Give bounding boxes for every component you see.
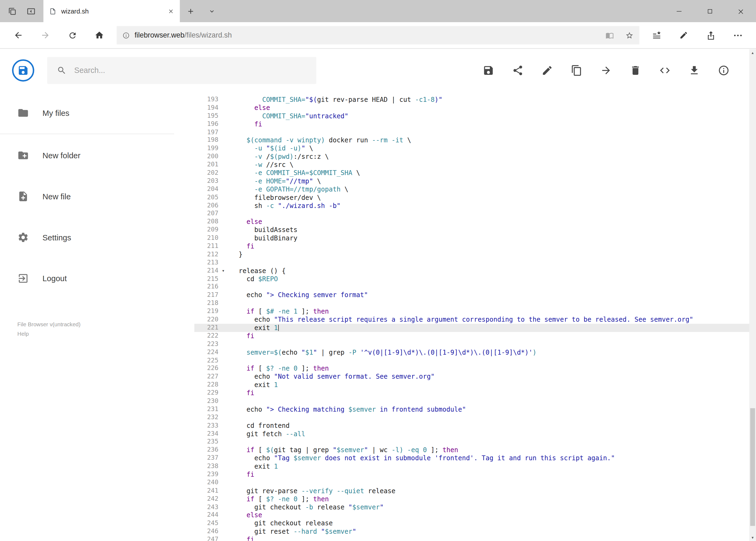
editor-line-247[interactable]: 247 fi (194, 536, 749, 541)
editor-line-207[interactable]: 207 (194, 210, 749, 218)
editor-line-206[interactable]: 206 sh -c "./wizard.sh -b" (194, 202, 749, 210)
browser-tab[interactable]: wizard.sh (44, 0, 180, 22)
editor-line-193[interactable]: 193 COMMIT_SHA="$(git rev-parse HEAD | c… (194, 96, 749, 104)
refresh-button[interactable] (59, 25, 86, 45)
set-tabs-aside-icon[interactable] (26, 6, 36, 16)
editor-line-227[interactable]: 227 echo "Not valid semver format. See s… (194, 373, 749, 381)
editor-line-208[interactable]: 208 else (194, 218, 749, 226)
editor-line-202[interactable]: 202 -e COMMIT_SHA=$COMMIT_SHA \ (194, 169, 749, 177)
fold-arrow-icon[interactable]: ▾ (222, 268, 225, 273)
page-scrollbar[interactable]: ▲ ▼ (749, 49, 756, 541)
editor-line-213[interactable]: 213 (194, 259, 749, 267)
reading-view-icon[interactable] (606, 31, 614, 39)
editor-line-222[interactable]: 222 fi (194, 332, 749, 340)
favorite-star-icon[interactable] (626, 31, 633, 39)
hub-favorites-icon[interactable] (643, 25, 670, 45)
editor-line-229[interactable]: 229 fi (194, 389, 749, 397)
tab-close-icon[interactable] (168, 8, 174, 14)
editor-line-231[interactable]: 231 echo "> Checking matching $semver in… (194, 405, 749, 413)
editor-line-230[interactable]: 230 (194, 397, 749, 405)
editor-line-217[interactable]: 217 echo "> Checking semver format" (194, 291, 749, 299)
editor-line-219[interactable]: 219 if [ $# -ne 1 ]; then (194, 307, 749, 315)
search-input[interactable] (74, 66, 307, 75)
sidebar-item-logout[interactable]: Logout (0, 268, 194, 289)
editor-line-216[interactable]: 216 (194, 283, 749, 291)
back-button[interactable] (5, 25, 32, 45)
editor-line-243[interactable]: 243 git checkout -b release "$semver" (194, 503, 749, 511)
editor-line-199[interactable]: 199 -u "$(id -u)" \ (194, 145, 749, 153)
editor-line-198[interactable]: 198 $(command -v winpty) docker run --rm… (194, 136, 749, 145)
editor-line-201[interactable]: 201 -w //src \ (194, 161, 749, 169)
raw-code-button[interactable] (659, 65, 671, 76)
scroll-up-arrow-icon[interactable]: ▲ (749, 49, 756, 56)
editor-line-246[interactable]: 246 git reset --hard "$semver" (194, 527, 749, 536)
more-options-icon[interactable] (724, 25, 751, 45)
editor-line-212[interactable]: 212} (194, 251, 749, 259)
editor-line-239[interactable]: 239 fi (194, 470, 749, 479)
save-button[interactable] (483, 65, 494, 76)
copy-button[interactable] (571, 65, 583, 76)
sidebar-item-new-file[interactable]: New file (0, 186, 194, 207)
editor-line-214[interactable]: 214▾release () { (194, 267, 749, 275)
editor-line-195[interactable]: 195 COMMIT_SHA="untracked" (194, 112, 749, 120)
scrollbar-thumb[interactable] (750, 408, 755, 526)
close-button[interactable] (725, 0, 756, 22)
sidebar-item-settings[interactable]: Settings (0, 227, 194, 248)
code-line-text: exit 1 (239, 462, 278, 470)
editor-line-238[interactable]: 238 exit 1 (194, 462, 749, 470)
editor-line-209[interactable]: 209 buildAssets (194, 226, 749, 234)
edit-button[interactable] (541, 65, 553, 76)
share-button[interactable] (512, 65, 524, 76)
info-button[interactable] (718, 65, 730, 76)
address-bar[interactable]: filebrowser.web/files/wizard.sh (117, 26, 639, 44)
move-button[interactable] (600, 65, 612, 76)
editor-line-245[interactable]: 245 git checkout release (194, 519, 749, 527)
editor-line-235[interactable]: 235 (194, 438, 749, 446)
tab-preview-icon[interactable] (8, 6, 17, 16)
editor-line-194[interactable]: 194 else (194, 104, 749, 112)
editor-line-196[interactable]: 196 fi (194, 120, 749, 128)
editor-line-241[interactable]: 241 git rev-parse --verify --quiet relea… (194, 487, 749, 495)
editor-line-197[interactable]: 197 (194, 128, 749, 136)
site-info-icon[interactable] (123, 32, 130, 39)
home-button[interactable] (86, 25, 113, 45)
editor-line-233[interactable]: 233 cd frontend (194, 422, 749, 430)
editor-line-236[interactable]: 236 if [ $(git tag | grep "$semver" | wc… (194, 446, 749, 454)
editor-line-205[interactable]: 205 filebrowser/dev \ (194, 194, 749, 202)
editor-line-215[interactable]: 215 cd $REPO (194, 275, 749, 283)
editor-line-204[interactable]: 204 -e GOPATH=//tmp/gopath \ (194, 185, 749, 194)
editor-line-240[interactable]: 240 (194, 479, 749, 487)
code-editor[interactable]: 193 COMMIT_SHA="$(git rev-parse HEAD | c… (194, 92, 749, 541)
editor-line-211[interactable]: 211 fi (194, 242, 749, 251)
editor-line-225[interactable]: 225 (194, 356, 749, 364)
editor-line-220[interactable]: 220 echo "This release script requires a… (194, 315, 749, 323)
editor-line-232[interactable]: 232 (194, 413, 749, 421)
sidebar-item-my-files[interactable]: My files (0, 102, 194, 124)
editor-line-234[interactable]: 234 git fetch --all (194, 430, 749, 438)
editor-line-221[interactable]: 221 exit 1 (194, 324, 749, 332)
minimize-button[interactable] (663, 0, 694, 22)
editor-line-224[interactable]: 224 semver=$(echo "$1" | grep -P '^v(0|[… (194, 348, 749, 356)
editor-line-200[interactable]: 200 -v /$(pwd):/src:z \ (194, 153, 749, 161)
editor-line-223[interactable]: 223 (194, 340, 749, 348)
editor-line-218[interactable]: 218 (194, 299, 749, 307)
sidebar-item-new-folder[interactable]: New folder (0, 145, 194, 166)
download-button[interactable] (688, 65, 700, 76)
editor-line-237[interactable]: 237 echo "Tag $semver does not exist in … (194, 454, 749, 462)
editor-line-210[interactable]: 210 buildBinary (194, 234, 749, 242)
editor-line-244[interactable]: 244 else (194, 511, 749, 519)
editor-line-203[interactable]: 203 -e HOME="//tmp" \ (194, 177, 749, 185)
help-link[interactable]: Help (17, 329, 194, 339)
editor-line-228[interactable]: 228 exit 1 (194, 381, 749, 389)
editor-line-242[interactable]: 242 if [ $? -ne 0 ]; then (194, 495, 749, 503)
editor-line-226[interactable]: 226 if [ $? -ne 0 ]; then (194, 364, 749, 372)
search-box[interactable] (47, 57, 316, 84)
tab-list-chevron-icon[interactable] (201, 0, 222, 22)
new-tab-button[interactable] (180, 0, 201, 22)
scroll-down-arrow-icon[interactable]: ▼ (749, 534, 756, 541)
share-page-icon[interactable] (697, 25, 724, 45)
forward-button[interactable] (32, 25, 59, 45)
web-note-icon[interactable] (670, 25, 697, 45)
delete-button[interactable] (630, 65, 641, 76)
maximize-button[interactable] (694, 0, 725, 22)
